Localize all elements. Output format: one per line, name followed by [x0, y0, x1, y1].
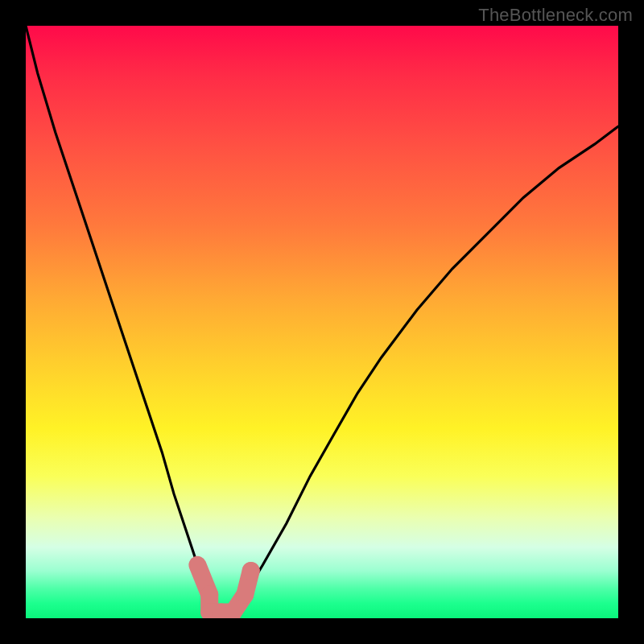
chart-container: TheBottleneck.com [0, 0, 644, 644]
highlight-markers [26, 26, 618, 618]
watermark-text: TheBottleneck.com [478, 5, 633, 26]
plot-area [26, 26, 618, 618]
